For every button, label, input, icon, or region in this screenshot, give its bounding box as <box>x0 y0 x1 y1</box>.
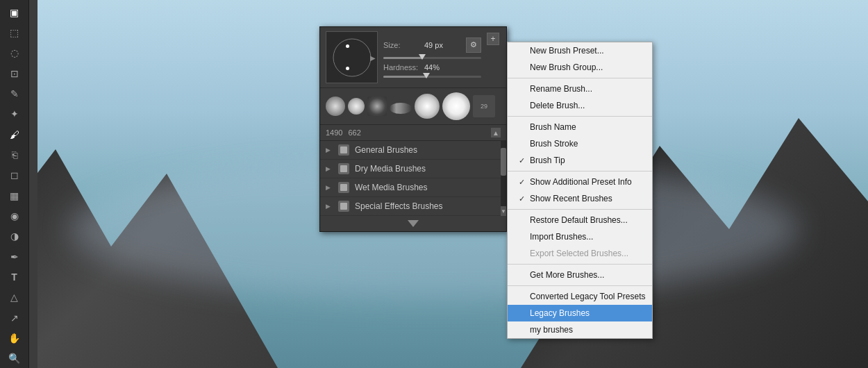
toolbar-icon-heal[interactable]: ✦ <box>5 105 24 124</box>
menu-separator-after-new-brush-group <box>508 78 652 78</box>
menu-separator-after-delete-brush <box>508 116 652 117</box>
brush-arrow-wet: ▶ <box>326 184 333 191</box>
menu-label-brush-tip: Brush Tip <box>530 156 565 165</box>
menu-item-show-additional-preset-info[interactable]: ✓Show Additional Preset Info <box>508 174 652 190</box>
add-preset-button[interactable]: + <box>487 33 499 45</box>
menu-check-show-additional-preset-info: ✓ <box>519 178 527 187</box>
menu-item-my-brushes[interactable]: my brushes <box>508 321 652 338</box>
menu-label-brush-name: Brush Name <box>530 122 576 132</box>
num2: 662 <box>348 128 360 137</box>
toolbar-icon-lasso[interactable]: ◌ <box>5 44 24 62</box>
menu-label-new-brush-preset: New Brush Preset... <box>530 46 604 56</box>
brush-thumb-2[interactable] <box>348 98 365 115</box>
toolbar-icon-blur[interactable]: ◉ <box>5 206 24 225</box>
toolbar-icon-select-rect[interactable]: ⬚ <box>5 23 24 42</box>
menu-label-delete-brush: Delete Brush... <box>530 101 585 110</box>
scroll-up-button[interactable]: ▲ <box>491 128 501 137</box>
brush-list-icon-wet <box>338 182 349 193</box>
toolbar-icon-clone[interactable]: ⎗ <box>5 145 24 164</box>
menu-item-restore-default-brushes[interactable]: Restore Default Brushes... <box>508 212 652 228</box>
brush-thumb-1[interactable] <box>326 97 345 116</box>
hardness-slider-thumb <box>423 73 430 78</box>
menu-separator-after-brush-tip <box>508 171 652 172</box>
brush-arrow-general: ▶ <box>326 147 333 153</box>
menu-item-delete-brush[interactable]: Delete Brush... <box>508 97 652 114</box>
brush-list: ▶ General Brushes ▶ Dry Media Brushes ▶ … <box>320 141 506 216</box>
menu-check-brush-tip: ✓ <box>519 156 527 165</box>
brush-preview-arrow[interactable]: ▶ <box>370 53 376 61</box>
gear-button[interactable]: ⚙ <box>466 37 481 53</box>
toolbar-icon-zoom[interactable]: 🔍 <box>5 349 24 368</box>
footer-arrow-down <box>408 220 419 227</box>
brush-controls: Size: 49 px ⚙ Hardness: 44% <box>383 37 481 78</box>
menu-separator-after-show-recent-brushes <box>508 209 652 210</box>
menu-label-brush-stroke: Brush Stroke <box>530 139 578 149</box>
brush-arrow-dry: ▶ <box>326 165 333 172</box>
brush-list-icon-dry <box>338 163 349 174</box>
menu-item-converted-legacy-tool-presets[interactable]: Converted Legacy Tool Presets <box>508 288 652 305</box>
menu-item-new-brush-preset[interactable]: New Brush Preset... <box>508 42 652 59</box>
context-menu: New Brush Preset...New Brush Group...Ren… <box>507 42 653 339</box>
menu-check-show-recent-brushes: ✓ <box>519 194 527 203</box>
size-value: 49 px <box>424 41 449 49</box>
toolbar-icon-eyedropper[interactable]: ✎ <box>5 84 24 103</box>
brush-arrow-special: ▶ <box>326 203 333 210</box>
toolbar-icon-shape[interactable]: △ <box>5 288 24 307</box>
toolbar-icon-brush[interactable]: 🖌 <box>5 125 24 144</box>
menu-item-new-brush-group[interactable]: New Brush Group... <box>508 59 652 76</box>
size-slider-row <box>383 57 481 59</box>
hardness-slider-row <box>383 76 481 78</box>
brush-thumb-6[interactable] <box>442 92 470 120</box>
brush-panel-nums: 1490 662 ▲ <box>320 125 506 141</box>
size-slider[interactable] <box>383 57 481 59</box>
menu-item-brush-tip[interactable]: ✓Brush Tip <box>508 152 652 169</box>
menu-item-legacy-brushes[interactable]: Legacy Brushes <box>508 305 652 321</box>
toolbar-icon-eraser[interactable]: ◻ <box>5 166 24 185</box>
toolbar-icon-text[interactable]: T <box>5 267 24 286</box>
hardness-slider[interactable] <box>383 76 481 78</box>
toolbar-icon-dodge[interactable]: ◑ <box>5 227 24 246</box>
toolbar: ▣ ⬚ ◌ ⊡ ✎ ✦ 🖌 ⎗ ◻ ▦ ◉ ◑ ✒ T △ ↗ ✋ 🔍 <box>0 0 29 368</box>
menu-label-show-recent-brushes: Show Recent Brushes <box>530 194 612 203</box>
ruler-vertical <box>29 0 37 368</box>
menu-item-rename-brush[interactable]: Rename Brush... <box>508 81 652 97</box>
menu-label-export-selected-brushes: Export Selected Brushes... <box>530 249 628 258</box>
toolbar-icon-pen[interactable]: ✒ <box>5 247 24 266</box>
brush-thumb-special[interactable]: 29 <box>473 95 495 117</box>
toolbar-icon-gradient[interactable]: ▦ <box>5 186 24 205</box>
menu-item-brush-stroke[interactable]: Brush Stroke <box>508 135 652 152</box>
brush-list-scrollbar-thumb <box>501 148 506 176</box>
toolbar-icon-move[interactable]: ▣ <box>5 3 24 22</box>
brush-label-special: Special Effects Brushes <box>355 201 443 211</box>
toolbar-icon-hand[interactable]: ✋ <box>5 328 24 347</box>
scroll-down-arrow[interactable]: ▼ <box>501 206 506 216</box>
hardness-label: Hardness: <box>383 63 422 72</box>
brush-list-scrollbar[interactable]: ▼ <box>501 141 506 216</box>
brush-thumb-5[interactable] <box>415 94 440 119</box>
brush-preview-dot-top <box>346 44 349 48</box>
menu-label-import-brushes: Import Brushes... <box>530 232 593 242</box>
size-slider-fill <box>383 57 422 59</box>
brush-thumb-4[interactable] <box>390 103 412 114</box>
menu-label-restore-default-brushes: Restore Default Brushes... <box>530 215 628 225</box>
brush-presets-strip: 29 <box>320 88 506 125</box>
brush-panel: ▶ Size: 49 px ⚙ Hardness: 44% <box>319 26 507 232</box>
menu-item-import-brushes[interactable]: Import Brushes... <box>508 228 652 245</box>
brush-list-item-general[interactable]: ▶ General Brushes <box>320 141 506 160</box>
brush-thumb-3[interactable] <box>367 97 387 116</box>
toolbar-icon-crop[interactable]: ⊡ <box>5 64 24 83</box>
menu-item-get-more-brushes[interactable]: Get More Brushes... <box>508 267 652 283</box>
toolbar-icon-pointer[interactable]: ↗ <box>5 308 24 327</box>
menu-item-show-recent-brushes[interactable]: ✓Show Recent Brushes <box>508 190 652 207</box>
brush-count: 29 <box>481 103 487 110</box>
brush-list-item-dry[interactable]: ▶ Dry Media Brushes <box>320 160 506 178</box>
menu-label-new-brush-group: New Brush Group... <box>530 62 603 72</box>
menu-separator-after-export-selected-brushes <box>508 264 652 265</box>
brush-list-item-wet[interactable]: ▶ Wet Media Brushes <box>320 178 506 197</box>
menu-label-get-more-brushes: Get More Brushes... <box>530 270 604 280</box>
hardness-slider-fill <box>383 76 426 78</box>
hardness-value: 44% <box>424 63 449 72</box>
menu-item-brush-name[interactable]: Brush Name <box>508 119 652 135</box>
menu-label-show-additional-preset-info: Show Additional Preset Info <box>530 177 632 187</box>
brush-list-item-special[interactable]: ▶ Special Effects Brushes <box>320 197 506 216</box>
